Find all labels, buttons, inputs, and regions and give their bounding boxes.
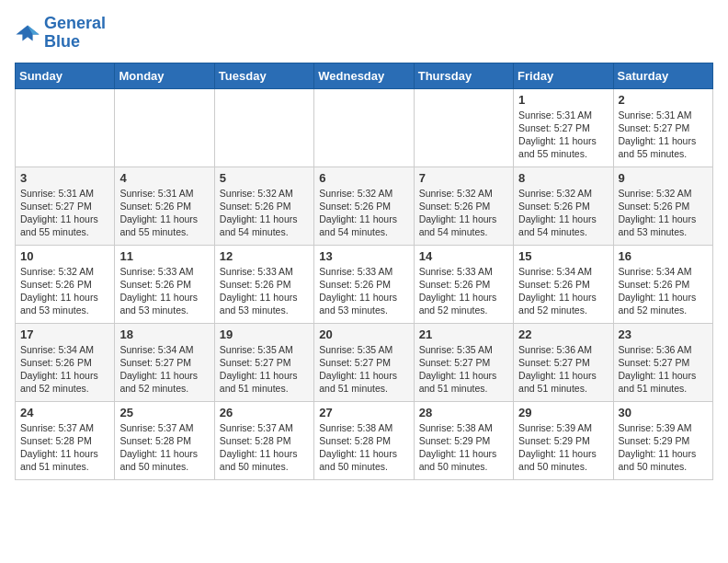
calendar-cell: 11Sunrise: 5:33 AMSunset: 5:26 PMDayligh…: [115, 245, 214, 323]
calendar-cell: 4Sunrise: 5:31 AMSunset: 5:26 PMDaylight…: [115, 167, 214, 245]
calendar-cell: 13Sunrise: 5:33 AMSunset: 5:26 PMDayligh…: [314, 245, 414, 323]
calendar-header-row: SundayMondayTuesdayWednesdayThursdayFrid…: [16, 63, 713, 88]
calendar-cell: 12Sunrise: 5:33 AMSunset: 5:26 PMDayligh…: [214, 245, 313, 323]
weekday-header: Friday: [514, 63, 613, 88]
calendar-cell: 2Sunrise: 5:31 AMSunset: 5:27 PMDaylight…: [613, 88, 712, 167]
weekday-header: Saturday: [613, 63, 712, 88]
day-info: Sunrise: 5:34 AMSunset: 5:26 PMDaylight:…: [20, 343, 109, 396]
day-number: 26: [220, 406, 309, 419]
logo: General Blue: [15, 15, 106, 52]
calendar-week-row: 1Sunrise: 5:31 AMSunset: 5:27 PMDaylight…: [16, 88, 713, 167]
day-number: 2: [619, 93, 708, 107]
calendar-cell: 29Sunrise: 5:39 AMSunset: 5:29 PMDayligh…: [514, 401, 613, 479]
calendar-cell: 20Sunrise: 5:35 AMSunset: 5:27 PMDayligh…: [314, 323, 414, 401]
day-number: 30: [619, 406, 708, 419]
day-number: 3: [20, 171, 109, 185]
day-number: 27: [319, 406, 408, 419]
calendar-cell: 21Sunrise: 5:35 AMSunset: 5:27 PMDayligh…: [414, 323, 513, 401]
day-number: 4: [119, 171, 209, 185]
day-info: Sunrise: 5:32 AMSunset: 5:26 PMDaylight:…: [20, 265, 109, 317]
weekday-header: Sunday: [16, 63, 115, 88]
day-number: 9: [619, 171, 708, 185]
day-info: Sunrise: 5:34 AMSunset: 5:26 PMDaylight:…: [518, 265, 608, 317]
day-number: 1: [518, 93, 608, 107]
day-info: Sunrise: 5:36 AMSunset: 5:27 PMDaylight:…: [518, 343, 608, 396]
weekday-header: Wednesday: [314, 63, 414, 88]
day-info: Sunrise: 5:32 AMSunset: 5:26 PMDaylight:…: [220, 187, 309, 239]
weekday-header: Monday: [115, 63, 214, 88]
calendar-cell: [16, 88, 115, 167]
day-number: 11: [119, 249, 209, 263]
calendar-cell: 14Sunrise: 5:33 AMSunset: 5:26 PMDayligh…: [414, 245, 513, 323]
page-header: General Blue: [15, 15, 713, 52]
day-number: 23: [619, 327, 708, 341]
day-info: Sunrise: 5:36 AMSunset: 5:27 PMDaylight:…: [619, 343, 708, 396]
calendar-cell: 15Sunrise: 5:34 AMSunset: 5:26 PMDayligh…: [514, 245, 613, 323]
day-info: Sunrise: 5:35 AMSunset: 5:27 PMDaylight:…: [220, 343, 309, 396]
calendar-table: SundayMondayTuesdayWednesdayThursdayFrid…: [15, 63, 713, 480]
day-info: Sunrise: 5:37 AMSunset: 5:28 PMDaylight:…: [119, 421, 209, 474]
day-number: 12: [220, 249, 309, 263]
calendar-cell: [115, 88, 214, 167]
day-number: 10: [20, 249, 109, 263]
calendar-cell: 30Sunrise: 5:39 AMSunset: 5:29 PMDayligh…: [613, 401, 712, 479]
day-number: 16: [619, 249, 708, 263]
calendar-cell: 24Sunrise: 5:37 AMSunset: 5:28 PMDayligh…: [16, 401, 115, 479]
day-info: Sunrise: 5:31 AMSunset: 5:26 PMDaylight:…: [119, 187, 209, 239]
day-info: Sunrise: 5:33 AMSunset: 5:26 PMDaylight:…: [220, 265, 309, 317]
day-info: Sunrise: 5:33 AMSunset: 5:26 PMDaylight:…: [319, 265, 408, 317]
calendar-week-row: 10Sunrise: 5:32 AMSunset: 5:26 PMDayligh…: [16, 245, 713, 323]
calendar-cell: 28Sunrise: 5:38 AMSunset: 5:29 PMDayligh…: [414, 401, 513, 479]
day-number: 21: [419, 327, 508, 341]
calendar-cell: [214, 88, 313, 167]
day-number: 20: [319, 327, 408, 341]
calendar-week-row: 3Sunrise: 5:31 AMSunset: 5:27 PMDaylight…: [16, 167, 713, 245]
calendar-cell: 3Sunrise: 5:31 AMSunset: 5:27 PMDaylight…: [16, 167, 115, 245]
calendar-cell: 18Sunrise: 5:34 AMSunset: 5:27 PMDayligh…: [115, 323, 214, 401]
day-info: Sunrise: 5:38 AMSunset: 5:29 PMDaylight:…: [419, 421, 508, 474]
weekday-header: Tuesday: [214, 63, 313, 88]
day-number: 25: [119, 406, 209, 419]
calendar-cell: 25Sunrise: 5:37 AMSunset: 5:28 PMDayligh…: [115, 401, 214, 479]
day-info: Sunrise: 5:38 AMSunset: 5:28 PMDaylight:…: [319, 421, 408, 474]
day-number: 7: [419, 171, 508, 185]
day-info: Sunrise: 5:37 AMSunset: 5:28 PMDaylight:…: [220, 421, 309, 474]
day-info: Sunrise: 5:32 AMSunset: 5:26 PMDaylight:…: [518, 187, 608, 239]
calendar-cell: 1Sunrise: 5:31 AMSunset: 5:27 PMDaylight…: [514, 88, 613, 167]
weekday-header: Thursday: [414, 63, 513, 88]
calendar-week-row: 24Sunrise: 5:37 AMSunset: 5:28 PMDayligh…: [16, 401, 713, 479]
day-number: 15: [518, 249, 608, 263]
day-info: Sunrise: 5:31 AMSunset: 5:27 PMDaylight:…: [20, 187, 109, 239]
logo-icon: [15, 20, 40, 46]
calendar-cell: 6Sunrise: 5:32 AMSunset: 5:26 PMDaylight…: [314, 167, 414, 245]
calendar-cell: [414, 88, 513, 167]
day-number: 24: [20, 406, 109, 419]
day-info: Sunrise: 5:34 AMSunset: 5:26 PMDaylight:…: [619, 265, 708, 317]
day-number: 19: [220, 327, 309, 341]
day-info: Sunrise: 5:31 AMSunset: 5:27 PMDaylight:…: [619, 109, 708, 161]
day-number: 13: [319, 249, 408, 263]
day-number: 14: [419, 249, 508, 263]
day-number: 18: [119, 327, 209, 341]
calendar-cell: 26Sunrise: 5:37 AMSunset: 5:28 PMDayligh…: [214, 401, 313, 479]
day-info: Sunrise: 5:32 AMSunset: 5:26 PMDaylight:…: [319, 187, 408, 239]
calendar-cell: 7Sunrise: 5:32 AMSunset: 5:26 PMDaylight…: [414, 167, 513, 245]
day-info: Sunrise: 5:37 AMSunset: 5:28 PMDaylight:…: [20, 421, 109, 474]
calendar-cell: 17Sunrise: 5:34 AMSunset: 5:26 PMDayligh…: [16, 323, 115, 401]
day-info: Sunrise: 5:33 AMSunset: 5:26 PMDaylight:…: [419, 265, 508, 317]
calendar-cell: [314, 88, 414, 167]
day-number: 29: [518, 406, 608, 419]
calendar-cell: 22Sunrise: 5:36 AMSunset: 5:27 PMDayligh…: [514, 323, 613, 401]
calendar-week-row: 17Sunrise: 5:34 AMSunset: 5:26 PMDayligh…: [16, 323, 713, 401]
day-number: 6: [319, 171, 408, 185]
day-number: 22: [518, 327, 608, 341]
calendar-cell: 16Sunrise: 5:34 AMSunset: 5:26 PMDayligh…: [613, 245, 712, 323]
day-info: Sunrise: 5:31 AMSunset: 5:27 PMDaylight:…: [518, 109, 608, 161]
calendar-cell: 9Sunrise: 5:32 AMSunset: 5:26 PMDaylight…: [613, 167, 712, 245]
calendar-cell: 27Sunrise: 5:38 AMSunset: 5:28 PMDayligh…: [314, 401, 414, 479]
day-number: 17: [20, 327, 109, 341]
calendar-cell: 19Sunrise: 5:35 AMSunset: 5:27 PMDayligh…: [214, 323, 313, 401]
day-info: Sunrise: 5:35 AMSunset: 5:27 PMDaylight:…: [419, 343, 508, 396]
day-info: Sunrise: 5:33 AMSunset: 5:26 PMDaylight:…: [119, 265, 209, 317]
calendar-cell: 8Sunrise: 5:32 AMSunset: 5:26 PMDaylight…: [514, 167, 613, 245]
